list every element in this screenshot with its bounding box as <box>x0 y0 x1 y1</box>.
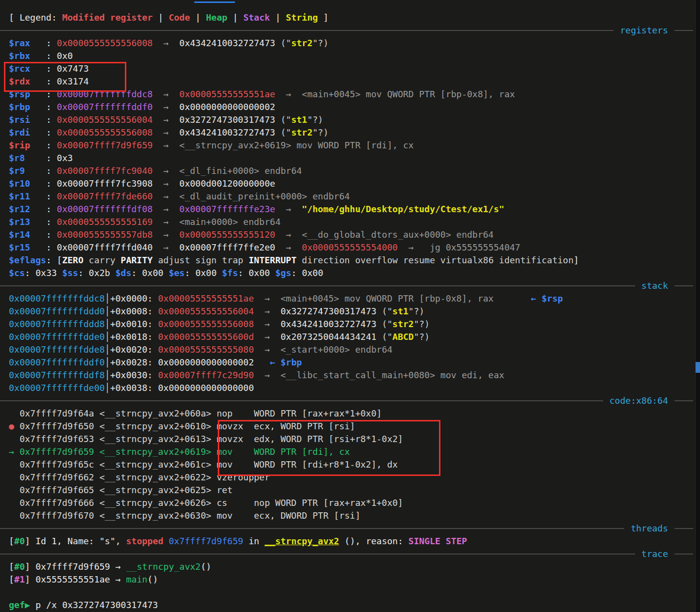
code-row-0625: 0x7ffff7d9f665 <__strncpy_avx2+0625> ret <box>9 484 403 497</box>
divider-line <box>0 30 613 31</box>
register-row-r13: $r13 : 0x0000555555555169 → <main+0000> … <box>9 216 579 228</box>
register-row-eflags: $eflags: [ZERO carry PARITY adjust sign … <box>9 254 579 267</box>
stack-panel: 0x00007fffffffddc8│+0x0000: 0x0000555555… <box>9 292 563 394</box>
divider-line <box>674 285 693 286</box>
register-row-r15: $r15 : 0x00007ffff7ffd040 → 0x00007ffff7… <box>9 241 579 254</box>
stack-row-0x0020: 0x00007fffffffdde8│+0x0020: 0x0000555555… <box>9 343 563 356</box>
register-row-rbx: $rbx : 0x0 <box>9 50 579 62</box>
register-row-rdi: $rdi : 0x0000555555556008 → 0x4342410032… <box>9 126 579 139</box>
gef-debugger-terminal: [ Legend: Modified register | Code | Hea… <box>0 0 700 612</box>
trace-frame-1: [#1] 0x5555555551ae → main() <box>9 573 211 586</box>
stack-row-0x0028: 0x00007fffffffddf0│+0x0028: 0x0000000000… <box>9 356 563 369</box>
divider-line <box>674 528 693 529</box>
register-row-rsi: $rsi : 0x0000555555556004 → 0x3272747300… <box>9 113 579 126</box>
register-row-rip: $rip : 0x00007ffff7d9f659 → <__strncpy_a… <box>9 139 579 152</box>
stack-row-0x0018: 0x00007fffffffdde0│+0x0018: 0x0000555555… <box>9 331 563 343</box>
code-row-060a: 0x7ffff7d9f64a <__strncpy_avx2+060a> nop… <box>9 407 403 420</box>
section-header-threads: threads <box>0 522 693 535</box>
divider-line <box>0 554 635 555</box>
register-row-r11: $r11 : 0x00007ffff7fde660 → <_dl_audit_p… <box>9 190 579 203</box>
section-header-registers: registers <box>0 24 693 37</box>
stack-row-0x0038: 0x00007fffffffde00│+0x0038: 0x0000000000… <box>9 382 563 394</box>
scrollbar-track[interactable] <box>695 0 700 612</box>
annotation-rect-rcx-rdx <box>4 62 126 92</box>
register-row-r14: $r14 : 0x0000555555557db8 → 0x0000555555… <box>9 228 579 241</box>
trace-panel: [#0] 0x7ffff7d9f659 → __strncpy_avx2()[#… <box>9 560 211 586</box>
annotation-rect-instructions <box>218 420 440 476</box>
divider-line <box>0 285 635 286</box>
stack-row-0x0008: 0x00007fffffffddd0│+0x0008: 0x0000555555… <box>9 305 563 318</box>
register-row-r10: $r10 : 0x00007ffff7fc3908 → 0x000d001200… <box>9 177 579 190</box>
register-row-r12: $r12 : 0x00007fffffffdf08 → 0x00007fffff… <box>9 203 579 216</box>
register-row-rbp: $rbp : 0x00007fffffffddf0 → 0x0000000000… <box>9 101 579 113</box>
divider-line <box>0 528 624 529</box>
trace-frame-0: [#0] 0x7ffff7d9f659 → __strncpy_avx2() <box>9 560 211 573</box>
stack-row-0x0000: 0x00007fffffffddc8│+0x0000: 0x0000555555… <box>9 292 563 305</box>
register-row-rax: $rax : 0x0000555555556008 → 0x4342410032… <box>9 37 579 50</box>
section-title-code: code:x86:64 <box>610 394 668 407</box>
divider-line <box>0 400 603 401</box>
thread-status-row: [#0] Id 1, Name: "s", stopped 0x7ffff7d9… <box>9 535 467 548</box>
section-header-code: code:x86:64 <box>0 394 693 407</box>
register-row-segments: $cs: 0x33 $ss: 0x2b $ds: 0x00 $es: 0x00 … <box>9 267 579 279</box>
register-row-r8: $r8 : 0x3 <box>9 152 579 165</box>
section-header-trace: trace <box>0 548 693 560</box>
tab-indicator <box>194 1 235 3</box>
code-row-0630: 0x7ffff7d9f670 <__strncpy_avx2+0630> mov… <box>9 509 403 522</box>
divider-line <box>674 554 693 555</box>
gdb-command-prompt[interactable]: gef▶ p /x 0x3272747300317473 <box>9 599 158 612</box>
divider-line <box>674 400 693 401</box>
section-title-trace: trace <box>642 548 668 560</box>
divider-line <box>674 30 693 31</box>
code-row-0626: 0x7ffff7d9f666 <__strncpy_avx2+0626> cs … <box>9 497 403 509</box>
scrollbar-thumb[interactable] <box>696 362 700 373</box>
section-title-threads: threads <box>631 522 668 535</box>
stack-row-0x0010: 0x00007fffffffddd8│+0x0010: 0x0000555555… <box>9 318 563 331</box>
section-header-stack: stack <box>0 279 693 292</box>
section-title-registers: registers <box>620 24 668 37</box>
stack-row-0x0030: 0x00007fffffffddf8│+0x0030: 0x00007ffff7… <box>9 369 563 382</box>
section-title-stack: stack <box>642 279 668 292</box>
legend: [ Legend: Modified register | Code | Hea… <box>9 11 328 24</box>
register-row-r9: $r9 : 0x00007ffff7fc9040 → <_dl_fini+000… <box>9 165 579 177</box>
